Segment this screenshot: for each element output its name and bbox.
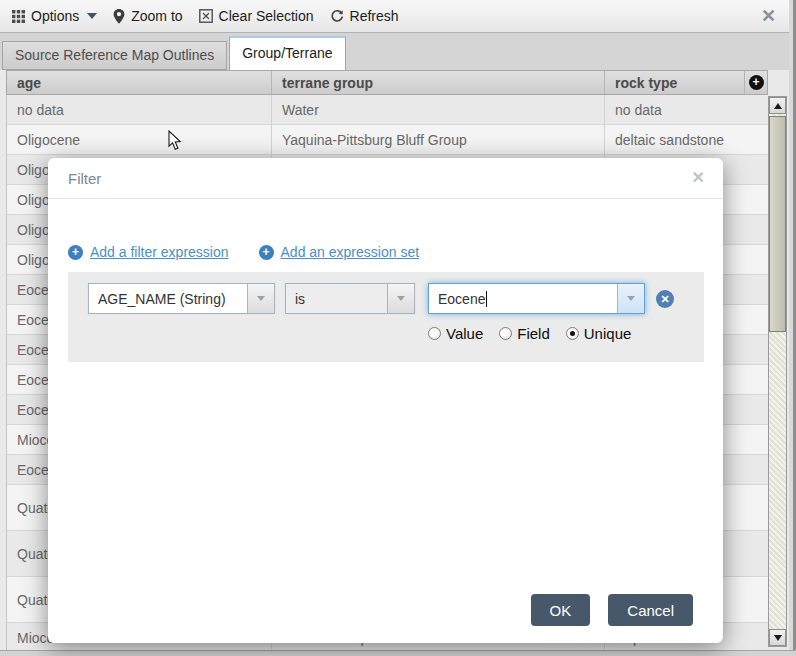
triangle-down-icon: [774, 635, 782, 641]
cell-rock-type: no data: [605, 95, 768, 124]
value-input-combo[interactable]: Eocene: [428, 283, 645, 314]
operator-select[interactable]: is: [285, 283, 415, 314]
refresh-button[interactable]: Refresh: [330, 8, 399, 24]
toolbar: Options Zoom to Clear Selection Refresh …: [0, 0, 796, 33]
value-input[interactable]: Eocene: [429, 284, 617, 313]
delete-expression-icon[interactable]: ✕: [656, 290, 674, 308]
chevron-down-icon: [257, 296, 265, 301]
field-select-dropdown-button[interactable]: [247, 284, 274, 313]
zoom-to-button[interactable]: Zoom to: [113, 8, 182, 24]
cell-age: Oligocene: [7, 125, 272, 154]
clear-selection-label: Clear Selection: [219, 8, 314, 24]
add-links-row: + Add a filter expression + Add an expre…: [68, 244, 419, 260]
map-pin-icon: [113, 9, 125, 24]
add-filter-expression-link[interactable]: + Add a filter expression: [68, 244, 229, 260]
table-row[interactable]: no dataWaterno data: [7, 95, 768, 125]
cell-rock-type: deltaic sandstone: [605, 125, 768, 154]
column-header-rock-type[interactable]: rock type: [605, 71, 745, 94]
filter-expression-row: AGE_NAME (String) is Eocene ✕: [88, 283, 674, 314]
dialog-title: Filter: [68, 170, 101, 187]
scroll-up-button[interactable]: [769, 97, 786, 114]
window-border-bottom: [0, 650, 796, 656]
boxed-x-icon: [199, 9, 213, 23]
value-dropdown-button[interactable]: [617, 284, 644, 313]
scrollbar-thumb[interactable]: [769, 116, 786, 332]
field-select-value: AGE_NAME (String): [89, 284, 247, 313]
add-expression-set-label[interactable]: Add an expression set: [281, 244, 420, 260]
field-select[interactable]: AGE_NAME (String): [88, 283, 275, 314]
cell-terrane-group: Water: [272, 95, 605, 124]
triangle-up-icon: [774, 103, 782, 109]
chevron-down-icon: [87, 13, 97, 19]
filter-expression-panel: AGE_NAME (String) is Eocene ✕ Value: [68, 272, 704, 362]
text-caret: [486, 291, 487, 307]
add-expression-set-link[interactable]: + Add an expression set: [259, 244, 420, 260]
options-menu-button[interactable]: Options: [12, 8, 97, 24]
circular-arrow-icon: [330, 9, 344, 23]
chevron-down-icon: [397, 296, 405, 301]
operator-select-dropdown-button[interactable]: [387, 284, 414, 313]
clear-selection-button[interactable]: Clear Selection: [199, 8, 314, 24]
table-header: age terrane group rock type +: [6, 70, 768, 95]
mouse-cursor-icon: [168, 130, 182, 155]
dialog-buttons: OK Cancel: [531, 594, 693, 626]
plus-circle-icon: +: [68, 245, 83, 260]
radio-label: Field: [517, 325, 550, 342]
tab-group-terrane[interactable]: Group/Terrane: [229, 36, 345, 70]
filter-dialog: Filter ✕ + Add a filter expression + Add…: [48, 158, 723, 643]
cancel-button[interactable]: Cancel: [608, 594, 693, 626]
chevron-down-icon: [627, 296, 635, 301]
tab-bar: Source Reference Map Outlines Group/Terr…: [0, 33, 796, 70]
add-column-icon[interactable]: +: [749, 75, 764, 90]
cell-age: no data: [7, 95, 272, 124]
value-mode-radio-group: Value Field Unique: [428, 325, 631, 342]
radio-label: Value: [446, 325, 483, 342]
radio-option-unique[interactable]: Unique: [566, 325, 632, 342]
radio-option-value[interactable]: Value: [428, 325, 483, 342]
table-row[interactable]: OligoceneYaquina-Pittsburg Bluff Groupde…: [7, 125, 768, 155]
operator-select-value: is: [286, 284, 387, 313]
radio-icon: [499, 327, 512, 340]
cell-terrane-group: Yaquina-Pittsburg Bluff Group: [272, 125, 605, 154]
refresh-label: Refresh: [350, 8, 399, 24]
attribute-table-window: Options Zoom to Clear Selection Refresh …: [0, 0, 796, 656]
radio-option-field[interactable]: Field: [499, 325, 550, 342]
tab-source-reference-map-outlines[interactable]: Source Reference Map Outlines: [2, 41, 227, 70]
zoom-to-label: Zoom to: [131, 8, 182, 24]
divider: [48, 198, 723, 199]
vertical-scrollbar[interactable]: [768, 96, 787, 647]
dialog-close-icon[interactable]: ✕: [692, 168, 705, 187]
column-options-cell: +: [745, 71, 767, 94]
column-header-terrane-group[interactable]: terrane group: [272, 71, 605, 94]
grid-icon: [12, 10, 25, 23]
ok-button[interactable]: OK: [531, 594, 591, 626]
column-header-age[interactable]: age: [7, 71, 272, 94]
scroll-down-button[interactable]: [769, 629, 786, 646]
plus-circle-icon: +: [259, 245, 274, 260]
close-icon[interactable]: ✕: [761, 7, 784, 25]
radio-icon: [428, 327, 441, 340]
options-label: Options: [31, 8, 79, 24]
add-filter-expression-label[interactable]: Add a filter expression: [90, 244, 229, 260]
radio-label: Unique: [584, 325, 632, 342]
radio-icon: [566, 327, 579, 340]
